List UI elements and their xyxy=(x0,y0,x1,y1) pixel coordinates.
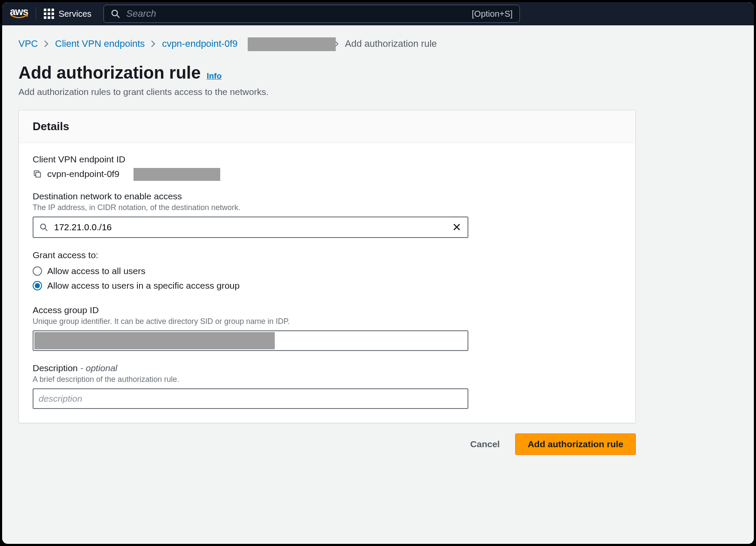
chevron-right-icon xyxy=(151,40,156,48)
destination-input-wrap: ✕ xyxy=(33,217,468,238)
top-nav: aws Services [Option+S] xyxy=(2,2,754,25)
search-input[interactable] xyxy=(126,8,466,19)
breadcrumb: VPC Client VPN endpoints cvpn-endpoint-0… xyxy=(18,38,738,49)
access-group-hint: Unique group identifier. It can be activ… xyxy=(33,317,622,326)
radio-allow-all[interactable]: Allow access to all users xyxy=(33,264,622,278)
grant-access-label: Grant access to: xyxy=(33,250,622,260)
cancel-button[interactable]: Cancel xyxy=(467,434,503,454)
page-title: Add authorization rule xyxy=(18,63,200,82)
info-link[interactable]: Info xyxy=(206,71,222,81)
radio-allow-group-label: Allow access to users in a specific acce… xyxy=(47,281,240,291)
services-menu[interactable]: Services xyxy=(44,9,91,19)
svg-point-3 xyxy=(41,224,46,229)
breadcrumb-client-vpn[interactable]: Client VPN endpoints xyxy=(55,38,145,49)
breadcrumb-current: Add authorization rule xyxy=(345,38,437,49)
search-shortcut: [Option+S] xyxy=(472,9,513,19)
endpoint-id-label: Client VPN endpoint ID xyxy=(33,154,622,165)
svg-rect-2 xyxy=(36,172,40,177)
breadcrumb-endpoint[interactable]: cvpn-endpoint-0f9 xyxy=(162,38,328,49)
destination-hint: The IP address, in CIDR notation, of the… xyxy=(33,203,622,212)
nav-divider xyxy=(36,7,36,20)
radio-icon xyxy=(33,281,42,290)
redaction-mask xyxy=(134,168,220,181)
details-panel: Details Client VPN endpoint ID cvpn-endp… xyxy=(18,110,636,423)
clear-icon[interactable]: ✕ xyxy=(452,221,461,234)
search-icon xyxy=(111,9,120,18)
panel-heading: Details xyxy=(33,120,622,133)
destination-input[interactable] xyxy=(54,222,446,232)
chevron-right-icon xyxy=(44,40,49,48)
access-group-input[interactable] xyxy=(33,330,468,351)
page-subtitle: Add authorization rules to grant clients… xyxy=(18,87,738,97)
svg-line-1 xyxy=(117,15,119,18)
description-label: Description - optional xyxy=(33,363,622,373)
destination-label: Destination network to enable access xyxy=(33,191,622,201)
description-hint: A brief description of the authorization… xyxy=(33,375,622,384)
global-search[interactable]: [Option+S] xyxy=(103,5,520,23)
svg-point-0 xyxy=(112,10,118,16)
radio-allow-group[interactable]: Allow access to users in a specific acce… xyxy=(33,278,622,293)
aws-smile-icon xyxy=(10,14,28,20)
aws-logo[interactable]: aws xyxy=(10,7,28,21)
radio-allow-all-label: Allow access to all users xyxy=(47,266,146,276)
copy-icon[interactable] xyxy=(33,169,42,179)
svg-line-4 xyxy=(45,229,47,231)
add-authorization-rule-button[interactable]: Add authorization rule xyxy=(515,433,636,455)
services-label: Services xyxy=(58,9,91,19)
radio-icon xyxy=(33,266,42,276)
search-icon xyxy=(39,223,48,232)
access-group-label: Access group ID xyxy=(33,305,622,315)
grid-icon xyxy=(44,9,54,19)
description-input[interactable] xyxy=(33,388,468,409)
breadcrumb-vpc[interactable]: VPC xyxy=(18,38,38,49)
endpoint-id-value: cvpn-endpoint-0f9 xyxy=(47,169,119,179)
